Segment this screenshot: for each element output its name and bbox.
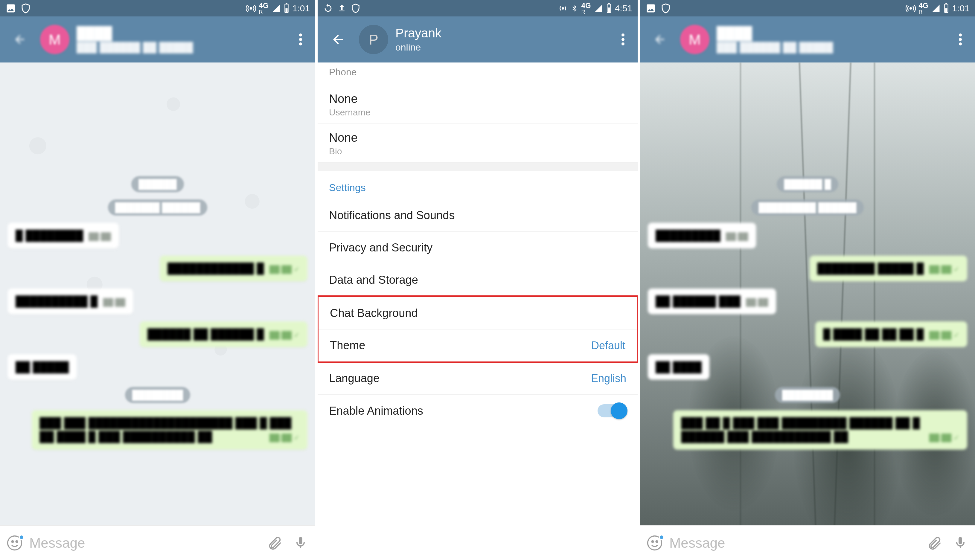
svg-rect-3	[286, 3, 287, 4]
settings-row-animations[interactable]: Enable Animations	[318, 395, 638, 427]
sync-icon	[323, 3, 333, 13]
shield-icon	[20, 3, 31, 14]
attach-icon[interactable]	[263, 531, 287, 555]
shield-icon	[350, 3, 361, 13]
upload-icon	[337, 4, 346, 13]
images-icon	[645, 3, 656, 14]
mic-icon[interactable]	[949, 531, 972, 555]
profile-row-bio[interactable]: None Bio	[318, 124, 638, 163]
toolbar-title-block[interactable]: Prayank online	[395, 26, 442, 53]
avatar[interactable]: M	[680, 25, 709, 54]
panel-settings: 4GR 4:51 P Prayank online Phone None Use…	[318, 0, 640, 560]
message-input-bar	[0, 525, 315, 560]
service-chip: █████████ ██████	[751, 200, 863, 215]
settings-row-chat-background[interactable]: Chat Background	[318, 297, 637, 330]
svg-point-4	[299, 33, 302, 37]
hotspot-icon	[558, 3, 568, 13]
svg-rect-2	[285, 8, 287, 12]
net-label: 4GR	[919, 2, 928, 15]
images-icon	[5, 3, 16, 14]
message-in[interactable]: ██ ████	[648, 354, 709, 380]
notification-dot-icon	[658, 534, 665, 540]
avatar[interactable]: P	[359, 25, 388, 54]
svg-point-22	[959, 38, 962, 41]
settings-row-privacy[interactable]: Privacy and Security	[318, 232, 638, 264]
svg-point-16	[622, 42, 625, 45]
chat-toolbar: M ████ ███ ██████ ██ █████	[0, 17, 315, 62]
svg-point-21	[959, 33, 962, 37]
message-input[interactable]	[29, 535, 261, 551]
settings-row-data[interactable]: Data and Storage	[318, 264, 638, 296]
status-bar: 4GR 4:51	[318, 0, 638, 17]
settings-row-language[interactable]: Language English	[318, 362, 638, 395]
bluetooth-icon	[571, 3, 578, 13]
attach-icon[interactable]	[923, 531, 946, 555]
service-chip: ████████	[775, 387, 840, 403]
chat-title: ████	[77, 26, 193, 40]
settings-value-theme: Default	[591, 339, 625, 352]
signal-icon	[272, 4, 280, 13]
overflow-icon[interactable]	[292, 26, 308, 53]
notification-dot-icon	[18, 534, 25, 540]
emoji-icon[interactable]	[3, 531, 26, 555]
message-in[interactable]: ██ ██████ █████:██	[648, 288, 776, 314]
message-in[interactable]: ███████████:██	[648, 223, 756, 248]
chat-area[interactable]: ██████ ███████ ██████ █ ██████████:██ ██…	[0, 62, 315, 525]
profile-name: Prayank	[395, 26, 442, 40]
message-input-bar	[640, 525, 975, 560]
message-out[interactable]: ████████████ ███:██ ✓	[160, 256, 307, 281]
svg-point-23	[959, 42, 962, 45]
svg-point-5	[299, 38, 302, 41]
svg-point-0	[250, 7, 252, 9]
back-icon[interactable]	[7, 26, 33, 53]
overflow-icon[interactable]	[952, 26, 968, 53]
hotspot-icon	[246, 3, 256, 13]
settings-header: Settings	[318, 171, 638, 200]
status-bar: 4GR 1:01	[0, 0, 315, 17]
mic-icon[interactable]	[289, 531, 312, 555]
clock-text: 1:01	[292, 3, 310, 13]
back-icon[interactable]	[647, 26, 673, 53]
panel-chat-default-bg: 4GR 1:01 M ████ ███ ██████ ██ █████ ████…	[0, 0, 318, 560]
toolbar-title-block[interactable]: ████ ███ ██████ ██ █████	[77, 26, 193, 53]
status-bar: 4GR 1:01	[640, 0, 975, 17]
profile-row-username[interactable]: None Username	[318, 85, 638, 124]
svg-rect-13	[608, 3, 610, 4]
svg-point-10	[562, 7, 563, 9]
toggle-switch[interactable]	[598, 404, 626, 417]
settings-scroll[interactable]: Phone None Username None Bio Settings No…	[318, 62, 638, 560]
section-gap	[318, 163, 638, 171]
service-chip: ███████ ██████	[108, 200, 208, 215]
settings-toolbar: P Prayank online	[318, 17, 638, 62]
message-in[interactable]: ██ █████	[8, 354, 77, 380]
message-out[interactable]: ██████ ██ ██████ ███:██ ✓	[140, 322, 307, 347]
toolbar-title-block[interactable]: ████ ███ ██████ ██ █████	[717, 26, 833, 53]
settings-row-notifications[interactable]: Notifications and Sounds	[318, 200, 638, 232]
avatar[interactable]: M	[40, 25, 69, 54]
svg-rect-20	[945, 3, 947, 4]
message-in[interactable]: █ ██████████:██	[8, 223, 119, 248]
svg-rect-19	[945, 8, 947, 12]
back-icon[interactable]	[324, 26, 352, 53]
field-label-phone: Phone	[318, 62, 638, 85]
settings-row-theme[interactable]: Theme Default	[318, 330, 637, 362]
chat-toolbar: M ████ ███ ██████ ██ █████	[640, 17, 975, 62]
chat-area[interactable]: ██████ █ █████████ ██████ ███████████:██…	[640, 62, 975, 525]
message-out[interactable]: ███ ██ █ ███ ███ █████████ ██████ ██ █ █…	[673, 410, 967, 450]
svg-point-15	[622, 38, 625, 41]
battery-icon	[606, 3, 612, 13]
svg-point-8	[12, 540, 13, 542]
hotspot-icon	[906, 3, 916, 13]
emoji-icon[interactable]	[643, 531, 667, 555]
clock-text: 4:51	[615, 3, 632, 13]
message-input[interactable]	[669, 535, 920, 551]
message-in[interactable]: ██████████ ███:██	[8, 288, 133, 314]
highlight-box: Chat Background Theme Default	[318, 295, 638, 363]
overflow-icon[interactable]	[615, 26, 631, 53]
message-out[interactable]: ███ ███ ████████████████████ ███ █ ███ █…	[32, 410, 307, 450]
service-chip: ████████	[125, 387, 190, 403]
message-out[interactable]: █ ████ ██ ██ ██ ███:██ ✓	[815, 322, 967, 347]
net-label: 4GR	[259, 2, 268, 15]
battery-icon	[283, 3, 290, 13]
message-out[interactable]: ████████ █████ ███:██ ✓	[810, 256, 968, 281]
